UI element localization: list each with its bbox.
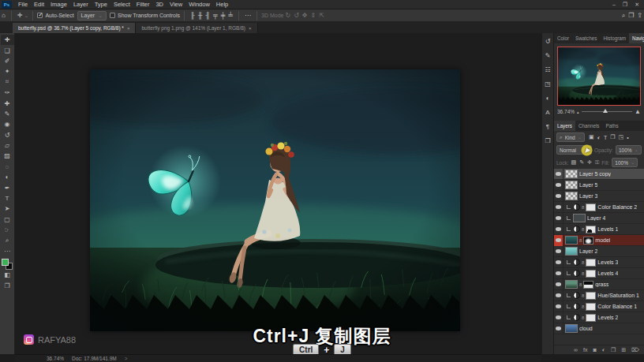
panel-tab-paths[interactable]: Paths: [603, 121, 622, 131]
layer-name[interactable]: Layer 2: [579, 248, 597, 254]
layer-row[interactable]: Layer 4: [554, 213, 644, 224]
restore-button[interactable]: ❐: [623, 2, 627, 8]
auto-select-checkbox[interactable]: [37, 13, 43, 18]
layer-row[interactable]: 8Hue/Saturation 1: [554, 290, 644, 301]
brush-tool[interactable]: ✎: [1, 109, 14, 119]
filter-smart-icon[interactable]: ◳: [619, 134, 624, 140]
visibility-toggle[interactable]: [554, 202, 564, 213]
brush-settings-panel-icon[interactable]: ✎: [545, 52, 551, 59]
zoom-in-icon[interactable]: ▲: [635, 108, 641, 115]
layer-name[interactable]: Layer 5 copy: [579, 171, 611, 177]
status-chevron-icon[interactable]: >: [125, 356, 128, 361]
dodge-tool[interactable]: ◐: [1, 172, 14, 182]
foreground-color-swatch[interactable]: [2, 259, 9, 266]
adjustment-layer-icon[interactable]: [573, 259, 580, 266]
filter-pin-icon[interactable]: •: [627, 135, 628, 140]
layer-name[interactable]: Hue/Saturation 1: [597, 293, 639, 298]
navigator-zoom-value[interactable]: 36.74%: [557, 109, 575, 114]
clone-source-panel-icon[interactable]: ◳: [545, 80, 551, 88]
layer-row[interactable]: Layer 2: [554, 246, 644, 257]
layer-row[interactable]: 8Levels 4: [554, 268, 644, 279]
history-panel-icon[interactable]: ↺: [545, 38, 551, 45]
layer-row[interactable]: Layer 5 copy: [554, 169, 644, 180]
visibility-toggle[interactable]: [554, 235, 564, 246]
layer-name[interactable]: Levels 3: [597, 259, 618, 265]
panel-tab-histogram[interactable]: Histogram: [600, 33, 629, 43]
zoom-tool[interactable]: ⌕: [1, 235, 14, 245]
pen-tool[interactable]: ✒: [1, 182, 14, 192]
layer-name[interactable]: grass: [595, 282, 608, 287]
layer-thumbnail[interactable]: [565, 192, 578, 200]
layer-thumbnail[interactable]: [565, 181, 578, 189]
visibility-toggle[interactable]: [554, 191, 564, 202]
status-zoom[interactable]: 36.74%: [47, 356, 64, 361]
lock-all-icon[interactable]: ⚿: [595, 159, 599, 166]
navigator-zoom-slider[interactable]: [582, 111, 633, 112]
visibility-toggle[interactable]: [554, 213, 564, 224]
eraser-tool[interactable]: ▱: [1, 140, 14, 151]
shape-tool[interactable]: ▢: [1, 215, 14, 225]
visibility-toggle[interactable]: [554, 246, 564, 257]
character-panel-icon[interactable]: A: [545, 109, 549, 116]
hand-tool[interactable]: ☞: [1, 225, 14, 235]
panel-tab-swatches[interactable]: Swatches: [572, 33, 600, 43]
paragraph-panel-icon[interactable]: ¶: [546, 123, 549, 130]
layer-name[interactable]: model: [595, 237, 610, 243]
clone-stamp-tool[interactable]: ◉: [1, 119, 14, 129]
align-center-v-icon[interactable]: ╪: [219, 12, 227, 19]
visibility-toggle[interactable]: [554, 224, 564, 235]
fill-dropdown[interactable]: 100%⌄: [612, 158, 638, 167]
layer-mask-thumbnail[interactable]: [586, 203, 596, 211]
slider-thumb[interactable]: [603, 109, 608, 113]
menu-view[interactable]: View: [167, 1, 185, 8]
layer-row[interactable]: 8Levels 3: [554, 257, 644, 268]
layer-name[interactable]: Color Balance 1: [597, 304, 637, 309]
workspace-icon[interactable]: ❐: [627, 12, 635, 19]
adjustments-panel-icon[interactable]: ◐: [546, 95, 550, 102]
align-left-icon[interactable]: ╟: [189, 12, 197, 19]
layer-row[interactable]: 8model: [554, 235, 644, 246]
layer-row[interactable]: 8Levels 2: [554, 312, 644, 323]
panel-tab-color[interactable]: Color: [554, 33, 572, 43]
visibility-toggle[interactable]: [554, 180, 564, 191]
lock-transparent-icon[interactable]: ▨: [571, 159, 577, 166]
document-canvas[interactable]: [90, 69, 460, 331]
blur-tool[interactable]: ◌: [1, 162, 14, 172]
layer-row[interactable]: Layer 5: [554, 180, 644, 191]
auto-select-target-dropdown[interactable]: Layer⌄: [77, 11, 107, 21]
menu-3d[interactable]: 3D: [152, 1, 167, 8]
search-icon[interactable]: ⌕: [620, 12, 627, 20]
close-tab-icon[interactable]: ×: [249, 26, 252, 31]
layer-mask-thumbnail[interactable]: [586, 314, 596, 322]
layer-name[interactable]: Color Balance 2: [597, 204, 637, 210]
quick-mask-icon[interactable]: ◧: [1, 270, 14, 280]
close-tab-icon[interactable]: ×: [127, 26, 130, 31]
layer-mask-thumbnail[interactable]: [586, 226, 596, 233]
navigator-proxy-view[interactable]: [557, 47, 641, 106]
libraries-panel-icon[interactable]: ❒: [545, 137, 550, 144]
eyedropper-tool[interactable]: ✑: [1, 88, 14, 98]
minimize-button[interactable]: –: [612, 2, 616, 8]
more-options-icon[interactable]: ⋯: [243, 12, 253, 19]
lasso-tool[interactable]: ✐: [1, 56, 14, 66]
menu-type[interactable]: Type: [92, 1, 110, 8]
layer-name[interactable]: Layer 5: [579, 182, 597, 188]
adjustment-layer-icon[interactable]: [573, 226, 580, 233]
layer-mask-thumbnail[interactable]: [583, 237, 593, 244]
menu-file[interactable]: File: [15, 1, 31, 8]
menu-window[interactable]: Window: [185, 1, 213, 8]
show-transform-checkbox[interactable]: [110, 13, 115, 18]
menu-layer[interactable]: Layer: [70, 1, 92, 8]
layer-thumbnail[interactable]: [565, 247, 578, 256]
layer-row[interactable]: 8grass: [554, 279, 644, 290]
path-selection-tool[interactable]: ➤: [1, 203, 14, 214]
layer-mask-thumbnail[interactable]: [586, 270, 596, 278]
align-bottom-icon[interactable]: ╧: [227, 12, 234, 19]
move-tool[interactable]: ✛: [1, 35, 14, 45]
current-tool-icon[interactable]: ✛: [16, 12, 24, 19]
layer-name[interactable]: Layer 3: [579, 193, 597, 199]
visibility-toggle[interactable]: [554, 169, 564, 180]
more-tools[interactable]: ⋯: [1, 246, 14, 256]
type-tool[interactable]: T: [1, 193, 14, 203]
menu-select[interactable]: Select: [110, 1, 133, 8]
